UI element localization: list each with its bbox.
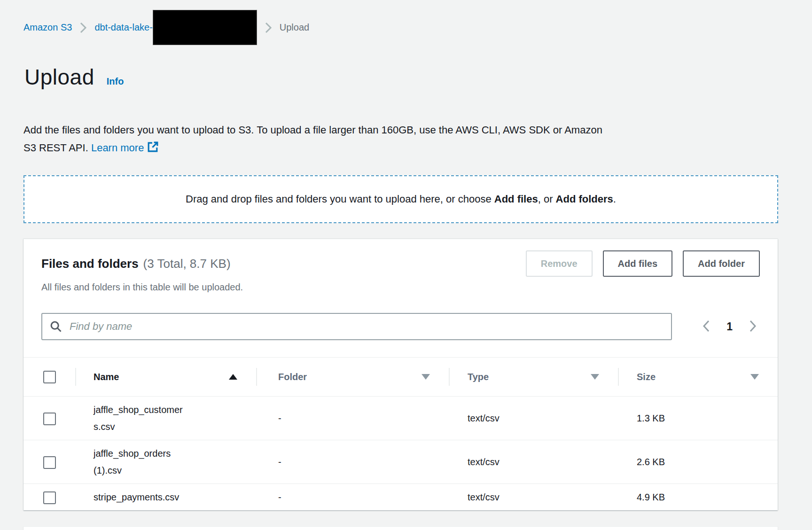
remove-button[interactable]: Remove: [526, 250, 593, 277]
page-description: Add the files and folders you want to up…: [23, 121, 757, 158]
file-name: jaffle_shop_orders (1).csv: [75, 445, 186, 479]
learn-more-label: Learn more: [91, 142, 144, 154]
breadcrumb-link-bucket[interactable]: dbt-data-lake-: [94, 22, 152, 33]
table-row: stripe_payments.csv - text/csv 4.9 KB: [23, 484, 778, 511]
redaction-box: [153, 10, 257, 45]
chevron-right-icon: [79, 22, 87, 34]
search-box: [41, 313, 672, 340]
files-and-folders-panel: Files and folders (3 Total, 8.7 KB) All …: [23, 239, 778, 510]
column-label-folder: Folder: [278, 372, 307, 382]
column-label-name: Name: [94, 372, 119, 382]
pagination-next-button[interactable]: [747, 318, 759, 336]
table-row: jaffle_shop_orders (1).csv - text/csv 2.…: [23, 440, 778, 484]
row-checkbox[interactable]: [43, 491, 56, 504]
panel-subtitle: All files and folders in this table will…: [41, 281, 243, 294]
pagination-current-page[interactable]: 1: [726, 320, 733, 333]
file-folder: -: [256, 484, 449, 511]
chevron-right-icon: [749, 320, 757, 334]
file-size: 2.6 KB: [618, 440, 778, 484]
file-type: text/csv: [449, 397, 618, 440]
select-all-checkbox[interactable]: [43, 371, 56, 383]
panel-count-summary: (3 Total, 8.7 KB): [143, 257, 231, 271]
next-section-card-edge: [23, 526, 778, 530]
breadcrumb: Amazon S3 dbt-data-lake- Upload: [23, 10, 812, 45]
files-table: Name Folder Type Size jaffle_shop_: [23, 357, 778, 510]
pagination-prev-button[interactable]: [700, 318, 712, 336]
chevron-right-icon: [265, 22, 272, 34]
column-header-folder[interactable]: Folder: [256, 358, 449, 397]
file-name: jaffle_shop_customers.csv: [75, 401, 186, 435]
filter-dropdown-icon: [750, 374, 759, 380]
column-label-type: Type: [468, 372, 489, 382]
add-folder-button[interactable]: Add folder: [683, 250, 760, 277]
dropzone[interactable]: Drag and drop files and folders you want…: [23, 175, 778, 223]
page-title: Upload: [24, 63, 94, 91]
external-link-icon: [147, 140, 159, 158]
select-all-header: [23, 358, 75, 397]
file-size: 1.3 KB: [618, 397, 778, 440]
table-row: jaffle_shop_customers.csv - text/csv 1.3…: [23, 397, 778, 440]
s3-upload-page: Amazon S3 dbt-data-lake- Upload Upload I…: [0, 10, 812, 530]
panel-titles: Files and folders (3 Total, 8.7 KB) All …: [41, 250, 243, 294]
sort-ascending-icon: [229, 374, 237, 380]
description-line1: Add the files and folders you want to up…: [23, 124, 602, 136]
filter-dropdown-icon: [591, 374, 599, 380]
breadcrumb-link-amazon-s3[interactable]: Amazon S3: [23, 22, 72, 33]
chevron-left-icon: [702, 320, 710, 334]
search-input[interactable]: [41, 313, 672, 340]
column-header-size[interactable]: Size: [618, 358, 778, 397]
description-line2: S3 REST API.: [23, 142, 88, 154]
file-size: 4.9 KB: [618, 484, 778, 511]
column-header-name[interactable]: Name: [75, 358, 256, 397]
info-link[interactable]: Info: [107, 76, 124, 87]
file-name: stripe_payments.csv: [75, 489, 179, 506]
row-checkbox[interactable]: [43, 456, 56, 469]
breadcrumb-bucket-segment: dbt-data-lake-: [94, 10, 257, 45]
panel-actions: Remove Add files Add folder: [526, 250, 760, 277]
add-files-button[interactable]: Add files: [603, 250, 672, 277]
table-header-row: Name Folder Type Size: [23, 358, 778, 397]
panel-header: Files and folders (3 Total, 8.7 KB) All …: [23, 239, 778, 294]
column-header-type[interactable]: Type: [449, 358, 618, 397]
file-folder: -: [256, 440, 449, 484]
title-row: Upload Info: [24, 63, 812, 91]
row-checkbox[interactable]: [43, 413, 56, 425]
file-type: text/csv: [449, 484, 618, 511]
filter-dropdown-icon: [422, 374, 430, 380]
file-folder: -: [256, 397, 449, 440]
column-label-size: Size: [637, 372, 656, 382]
dropzone-text: Drag and drop files and folders you want…: [186, 193, 616, 205]
learn-more-link[interactable]: Learn more: [91, 142, 159, 154]
breadcrumb-current: Upload: [280, 22, 309, 33]
panel-title: Files and folders: [41, 254, 139, 273]
file-type: text/csv: [449, 440, 618, 484]
search-row: 1: [23, 294, 778, 340]
pagination: 1: [700, 318, 760, 336]
